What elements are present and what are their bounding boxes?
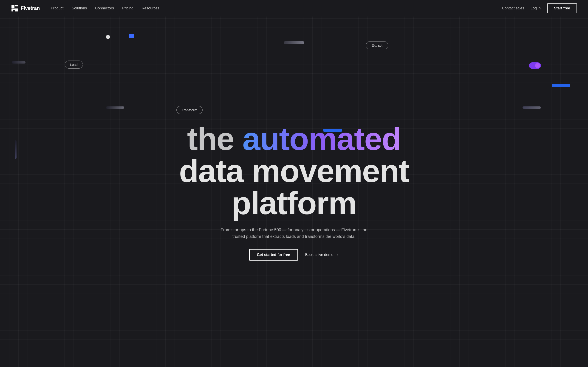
nav-link-resources[interactable]: Resources: [142, 6, 159, 10]
load-badge: Load: [65, 60, 83, 69]
hero-ctas: Get started for free Book a live demo →: [249, 249, 339, 261]
svg-rect-3: [13, 8, 15, 10]
navbar: Fivetran Product Solutions Connectors Pr…: [0, 0, 588, 17]
book-demo-label: Book a live demo: [305, 253, 334, 257]
deco-bar-mid-left: [106, 106, 124, 109]
svg-rect-2: [11, 8, 13, 11]
contact-sales-link[interactable]: Contact sales: [502, 6, 524, 10]
deco-bar-vertical: [15, 140, 17, 159]
deco-bar-top: [284, 41, 304, 44]
deco-toggle: ✓: [529, 62, 541, 69]
deco-bar-mid-right: [523, 106, 541, 109]
svg-rect-0: [11, 5, 15, 8]
nav-link-product[interactable]: Product: [51, 6, 63, 10]
transform-badge: Transform: [176, 106, 203, 114]
nav-link-solutions[interactable]: Solutions: [72, 6, 87, 10]
logo-icon: [11, 5, 18, 12]
start-free-button[interactable]: Start free: [547, 3, 577, 13]
book-demo-button[interactable]: Book a live demo →: [305, 253, 339, 257]
nav-right: Contact sales Log in Start free: [502, 3, 577, 13]
hero-title: the automated data movement platform: [179, 123, 409, 219]
svg-rect-4: [15, 8, 18, 11]
nav-item-product[interactable]: Product: [51, 6, 63, 10]
nav-left: Fivetran Product Solutions Connectors Pr…: [11, 5, 159, 12]
nav-item-resources[interactable]: Resources: [142, 6, 159, 10]
logo-text: Fivetran: [21, 5, 40, 11]
hero-title-line1: the automated: [179, 123, 409, 155]
deco-rect-right: [552, 84, 570, 87]
deco-circle: [106, 35, 110, 39]
hero-title-line3: platform: [179, 187, 409, 219]
hero-subtitle: From startups to the Fortune 500 — for a…: [221, 227, 367, 240]
nav-link-connectors[interactable]: Connectors: [95, 6, 114, 10]
nav-item-pricing[interactable]: Pricing: [122, 6, 133, 10]
checkmark-icon: ✓: [537, 64, 539, 67]
hero-section: Extract Load ✓ Transform the automated d…: [0, 17, 588, 367]
get-started-button[interactable]: Get started for free: [249, 249, 298, 261]
hero-word-the: the: [187, 121, 242, 157]
logo-link[interactable]: Fivetran: [11, 5, 40, 12]
nav-item-solutions[interactable]: Solutions: [72, 6, 87, 10]
svg-rect-1: [15, 5, 18, 6]
nav-item-connectors[interactable]: Connectors: [95, 6, 114, 10]
extract-badge: Extract: [366, 41, 388, 49]
arrow-icon: →: [335, 253, 339, 257]
nav-link-pricing[interactable]: Pricing: [122, 6, 133, 10]
deco-square: [129, 34, 134, 38]
hero-title-line2: data movement: [179, 155, 409, 187]
deco-bar-left: [12, 61, 26, 64]
login-link[interactable]: Log in: [531, 6, 541, 10]
toggle-thumb: ✓: [535, 63, 540, 68]
nav-links: Product Solutions Connectors Pricing Res…: [51, 6, 159, 10]
hero-word-automated: automated: [242, 121, 401, 157]
toggle-track: ✓: [529, 62, 541, 69]
